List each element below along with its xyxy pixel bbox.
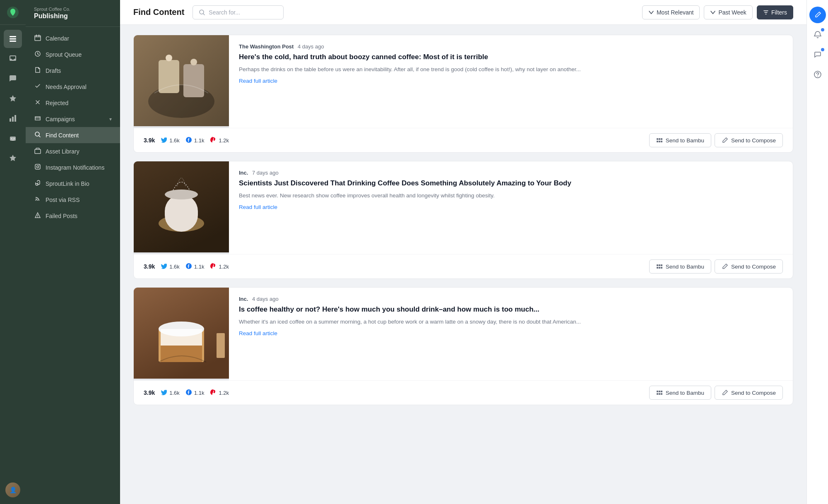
- svg-rect-26: [659, 138, 660, 140]
- pinterest-count: 1.2k: [219, 264, 229, 270]
- send-to-bambu-button[interactable]: Send to Bambu: [649, 259, 711, 274]
- bambu-icon: [656, 263, 663, 270]
- read-full-article-link[interactable]: Read full article: [239, 204, 783, 210]
- svg-rect-38: [657, 267, 658, 269]
- article-excerpt: Best news ever. New research show coffee…: [239, 192, 783, 200]
- svg-point-8: [11, 138, 12, 139]
- facebook-count: 1.1k: [194, 137, 205, 144]
- twitter-icon: [161, 389, 167, 397]
- asset-library-icon: [34, 147, 41, 155]
- rail-bot-icon[interactable]: [4, 129, 22, 147]
- article-actions: Send to Bambu Send to Compose: [649, 133, 783, 147]
- rail-pin-icon[interactable]: [4, 89, 22, 108]
- article-1-image: [134, 35, 229, 126]
- svg-rect-47: [657, 391, 658, 392]
- failed-posts-icon: [34, 212, 41, 220]
- svg-rect-35: [657, 264, 658, 266]
- facebook-stat: 1.1k: [185, 137, 205, 144]
- svg-rect-10: [12, 140, 14, 141]
- logo-area: [0, 0, 26, 25]
- read-full-article-link[interactable]: Read full article: [239, 330, 783, 336]
- notifications-button[interactable]: [809, 26, 826, 43]
- compose-icon: [722, 263, 728, 270]
- past-week-button[interactable]: Past Week: [704, 5, 752, 19]
- pinterest-stat: 1.2k: [210, 263, 229, 271]
- source-name: Inc.: [239, 170, 248, 176]
- pinterest-count: 1.2k: [219, 390, 229, 396]
- article-body: Inc. 7 days ago Scientists Just Discover…: [229, 161, 793, 254]
- rail-inbox-icon[interactable]: [4, 50, 22, 68]
- svg-rect-40: [661, 267, 662, 269]
- sidebar-item-drafts[interactable]: Drafts: [26, 62, 120, 79]
- svg-rect-4: [10, 118, 11, 122]
- svg-rect-27: [661, 138, 662, 140]
- user-avatar[interactable]: 👤: [5, 482, 20, 497]
- read-full-article-link[interactable]: Read full article: [239, 78, 783, 84]
- send-to-compose-label: Send to Compose: [731, 264, 776, 270]
- article-card: Inc. 7 days ago Scientists Just Discover…: [133, 161, 793, 279]
- content-area: The Washington Post 4 days ago Here's th…: [120, 25, 806, 504]
- sidebar-item-needs-approval[interactable]: Needs Approval: [26, 79, 120, 95]
- article-excerpt: Perhaps the drinks on the table before u…: [239, 65, 783, 74]
- compose-button[interactable]: [809, 7, 826, 23]
- facebook-stat: 1.1k: [185, 389, 205, 397]
- pinterest-icon: [210, 263, 217, 271]
- svg-rect-37: [661, 264, 662, 266]
- sidebar-item-instagram-notifications[interactable]: Instagram Notifications: [26, 159, 120, 175]
- svg-rect-46: [217, 333, 225, 358]
- filters-button[interactable]: Filters: [757, 5, 793, 19]
- time-ago: 4 days ago: [298, 43, 324, 50]
- sidebar-item-post-via-rss[interactable]: Post via RSS: [26, 192, 120, 208]
- svg-rect-49: [661, 391, 662, 392]
- sidebar-label-asset-library: Asset Library: [46, 148, 79, 155]
- article-2-image: [134, 161, 229, 252]
- rail-publishing-icon[interactable]: [4, 30, 22, 48]
- sidebar-item-sproutlink-in-bio[interactable]: SproutLink in Bio: [26, 175, 120, 192]
- send-to-bambu-label: Send to Bambu: [666, 137, 704, 144]
- search-placeholder: Search for...: [209, 9, 240, 16]
- main-content: Find Content Search for... Most Relevant…: [120, 0, 806, 504]
- send-to-compose-button[interactable]: Send to Compose: [715, 259, 783, 274]
- svg-point-23: [166, 55, 172, 61]
- pinterest-stat: 1.2k: [210, 389, 229, 397]
- article-actions: Send to Bambu Send to Compose: [649, 259, 783, 274]
- sidebar-item-campaigns[interactable]: Campaigns ▾: [26, 111, 120, 127]
- svg-point-24: [190, 59, 197, 65]
- sidebar-item-failed-posts[interactable]: Failed Posts: [26, 208, 120, 224]
- filter-controls: Most Relevant Past Week Filters: [642, 5, 793, 19]
- rail-star-icon[interactable]: [4, 149, 22, 167]
- send-to-compose-button[interactable]: Send to Compose: [715, 133, 783, 147]
- twitter-count: 1.6k: [169, 137, 180, 144]
- send-to-bambu-button[interactable]: Send to Bambu: [649, 133, 711, 147]
- twitter-stat: 1.6k: [161, 263, 180, 271]
- help-button[interactable]: [809, 66, 826, 83]
- article-body: The Washington Post 4 days ago Here's th…: [229, 35, 793, 128]
- time-ago: 7 days ago: [252, 170, 279, 176]
- svg-point-9: [14, 138, 15, 139]
- send-to-compose-button[interactable]: Send to Compose: [715, 386, 783, 400]
- facebook-stat: 1.1k: [185, 263, 205, 271]
- sidebar-item-find-content[interactable]: Find Content: [26, 127, 120, 143]
- sidebar-item-calendar[interactable]: Calendar: [26, 30, 120, 46]
- sidebar-item-rejected[interactable]: Rejected: [26, 95, 120, 111]
- sidebar-item-asset-library[interactable]: Asset Library: [26, 143, 120, 159]
- svg-rect-51: [659, 393, 660, 395]
- article-card: Inc. 4 days ago Is coffee healthy or not…: [133, 287, 793, 405]
- sidebar-header: Sprout Coffee Co. Publishing: [26, 0, 120, 27]
- twitter-icon: [161, 137, 167, 144]
- filters-icon: [763, 10, 769, 15]
- search-bar[interactable]: Search for...: [193, 5, 284, 19]
- svg-point-34: [165, 190, 198, 199]
- svg-rect-6: [14, 115, 16, 122]
- svg-rect-30: [661, 141, 662, 142]
- sidebar-item-sprout-queue[interactable]: Sprout Queue: [26, 46, 120, 62]
- svg-rect-14: [35, 149, 41, 154]
- rail-analytics-icon[interactable]: [4, 109, 22, 127]
- most-relevant-button[interactable]: Most Relevant: [642, 5, 700, 19]
- search-icon: [199, 9, 205, 16]
- pinterest-stat: 1.2k: [210, 137, 229, 144]
- sidebar-label-calendar: Calendar: [46, 35, 69, 42]
- send-to-bambu-button[interactable]: Send to Bambu: [649, 386, 711, 400]
- rail-chat-icon[interactable]: [4, 70, 22, 88]
- messages-button[interactable]: [809, 46, 826, 63]
